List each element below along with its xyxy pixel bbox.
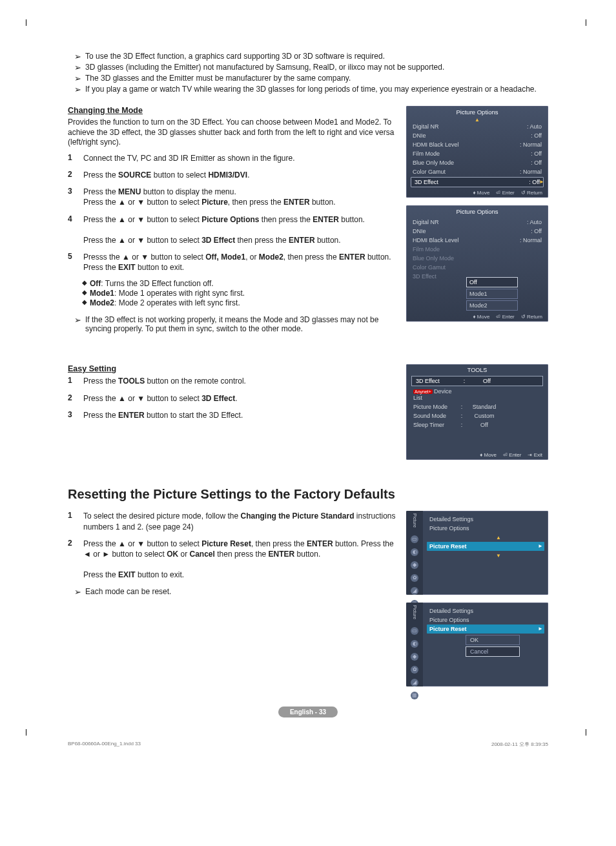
move-hint: ♦ Move: [473, 190, 490, 196]
osd-row: DNIe: Off: [409, 227, 545, 236]
osd-row: Film Mode: [409, 245, 545, 254]
osd-title: Picture Options: [409, 208, 545, 215]
note-arrow-icon: ➢: [74, 85, 81, 94]
diamond-bullet-icon: ◆: [82, 279, 90, 288]
submenu-item: Mode2: [466, 300, 518, 311]
move-hint: ♦ Move: [473, 314, 490, 320]
osd-row: Color Gamut: [409, 263, 545, 272]
submenu-item: Off: [466, 277, 518, 287]
channel-icon: ◆: [411, 561, 418, 569]
step-item: 2Press the SOURCE button to select HDMI3…: [68, 170, 396, 180]
sound-icon: ◐: [411, 640, 418, 648]
easy-setting-steps: 1Press the TOOLS button on the remote co…: [68, 376, 396, 420]
return-hint: ↺ Return: [521, 314, 542, 320]
easy-setting-heading: Easy Setting: [68, 364, 396, 373]
page-number: English - 33: [68, 707, 548, 716]
step-item: 5Presss the ▲ or ▼ button to select Off,…: [68, 252, 396, 273]
picture-tab: Picture: [413, 605, 417, 619]
osd-picture-menu-2: Picture ▭ ◐ ◆ ✿ ◢ ▦ Detailed Settings Pi…: [406, 603, 548, 686]
step-item: 3Press the ENTER button to start the 3D …: [68, 410, 396, 420]
note-arrow-icon: ➢: [74, 587, 81, 597]
osd-picture-menu-1: Picture ▭ ◐ ◆ ✿ ◢ ▦ Detailed Settings Pi…: [406, 511, 548, 595]
osd-title: Picture Options: [409, 108, 545, 116]
enter-hint: ⏎ Enter: [496, 314, 514, 320]
mode-descriptions: ◆Off: Turns the 3D Effect function off.◆…: [82, 279, 396, 307]
picture-options-item: Picture Options: [427, 524, 544, 533]
changing-mode-intro: Provides the function to turn on the 3D …: [68, 118, 396, 148]
osd-picture-options-1: Picture Options ▲ Digital NR: AutoDNIe: …: [406, 106, 548, 198]
step-item: 2Press the ▲ or ▼ button to select Pictu…: [68, 539, 396, 581]
top-notes: ➢To use the 3D Effect function, a graphi…: [74, 52, 548, 94]
osd-row: 3D Effect: Off: [411, 177, 544, 187]
app-icon: ▦: [411, 692, 418, 699]
step-item: 2Press the ▲ or ▼ button to select 3D Ef…: [68, 393, 396, 404]
diamond-bullet-icon: ◆: [82, 289, 90, 298]
osd-row: HDMI Black Level: Normal: [409, 140, 545, 149]
note-text: If you play a game or watch TV while wea…: [85, 85, 537, 94]
osd-row: Digital NR: Auto: [409, 122, 545, 131]
footer-timestamp: 2008-02-11 오후 8:39:35: [491, 741, 548, 748]
input-icon: ◢: [411, 679, 418, 686]
detailed-settings-item: Detailed Settings: [427, 515, 544, 524]
anynet-icon: Anynet+: [413, 389, 433, 394]
enter-hint: ⏎ Enter: [503, 452, 521, 458]
return-hint: ↺ Return: [521, 190, 542, 196]
picture-reset-item: Picture Reset: [427, 624, 544, 634]
resetting-steps: 1To select the desired picture mode, fol…: [68, 511, 396, 580]
tools-row: Picture Mode:Standard: [409, 402, 545, 411]
tools-row: Anynet+Device List: [409, 387, 545, 402]
setup-icon: ✿: [411, 666, 418, 674]
reset-note: Each mode can be reset.: [85, 587, 171, 597]
enter-hint: ⏎ Enter: [496, 190, 514, 196]
down-arrow-icon: ▼: [496, 553, 501, 559]
mode-text: Mode1: Mode 1 operates with right sync f…: [90, 289, 245, 298]
osd-tools: TOOLS 3D Effect:OffAnynet+Device ListPic…: [406, 364, 548, 460]
note-text: 3D glasses (including the Emitter) not m…: [85, 63, 444, 72]
note-arrow-icon: ➢: [74, 63, 81, 72]
sound-icon: ◐: [411, 548, 418, 556]
sync-warning: If the 3D effect is not working properly…: [85, 315, 396, 333]
mode-text: Mode2: Mode 2 operates with left sync fi…: [90, 298, 240, 307]
ok-option: OK: [466, 635, 520, 645]
changing-mode-steps: 1Connect the TV, PC and 3D IR Emitter as…: [68, 153, 396, 273]
osd-row: HDMI Black Level: Normal: [409, 236, 545, 245]
note-text: To use the 3D Effect function, a graphic…: [85, 52, 385, 61]
picture-options-item: Picture Options: [427, 615, 544, 624]
step-item: 1Connect the TV, PC and 3D IR Emitter as…: [68, 153, 396, 163]
osd-row: Digital NR: Auto: [409, 218, 545, 227]
display-icon: ▭: [411, 535, 418, 543]
osd-row: Blue Only Mode: [409, 254, 545, 263]
note-arrow-icon: ➢: [74, 52, 81, 61]
osd-row: Color Gamut: Normal: [409, 167, 545, 176]
diamond-bullet-icon: ◆: [82, 298, 90, 307]
picture-reset-item: Picture Reset: [427, 542, 544, 551]
exit-hint: ⇥ Exit: [528, 452, 542, 458]
cancel-option: Cancel: [466, 646, 520, 657]
picture-tab: Picture: [413, 513, 417, 528]
footer-filename: BP68-00660A-00Eng_1.indd 33: [68, 741, 141, 748]
detailed-settings-item: Detailed Settings: [427, 606, 544, 615]
step-item: 1Press the TOOLS button on the remote co…: [68, 376, 396, 386]
note-arrow-icon: ➢: [74, 74, 81, 83]
osd-picture-options-2: Picture Options Digital NR: AutoDNIe: Of…: [406, 205, 548, 322]
input-icon: ◢: [411, 587, 418, 595]
changing-mode-heading: Changing the Mode: [68, 106, 396, 115]
osd-row: Blue Only Mode: Off: [409, 158, 545, 167]
resetting-heading: Resetting the Picture Settings to the Fa…: [68, 487, 548, 502]
setup-icon: ✿: [411, 574, 418, 582]
tools-row: 3D Effect:Off: [411, 376, 543, 386]
mode-text: Off: Turns the 3D Effect function off.: [90, 279, 214, 288]
submenu-item: Mode1: [466, 289, 518, 299]
step-item: 3Press the MENU button to display the me…: [68, 187, 396, 207]
tools-title: TOOLS: [409, 367, 545, 373]
step-item: 1To select the desired picture mode, fol…: [68, 511, 396, 531]
channel-icon: ◆: [411, 653, 418, 661]
tools-row: Sound Mode:Custom: [409, 411, 545, 420]
up-arrow-icon: ▲: [496, 535, 501, 541]
osd-row: Film Mode: Off: [409, 149, 545, 158]
osd-row: DNIe: Off: [409, 131, 545, 140]
osd-submenu: OffMode1Mode2: [466, 277, 545, 311]
note-arrow-icon: ➢: [74, 315, 81, 333]
move-hint: ♦ Move: [480, 452, 497, 458]
tools-row: Sleep Timer:Off: [409, 420, 545, 429]
